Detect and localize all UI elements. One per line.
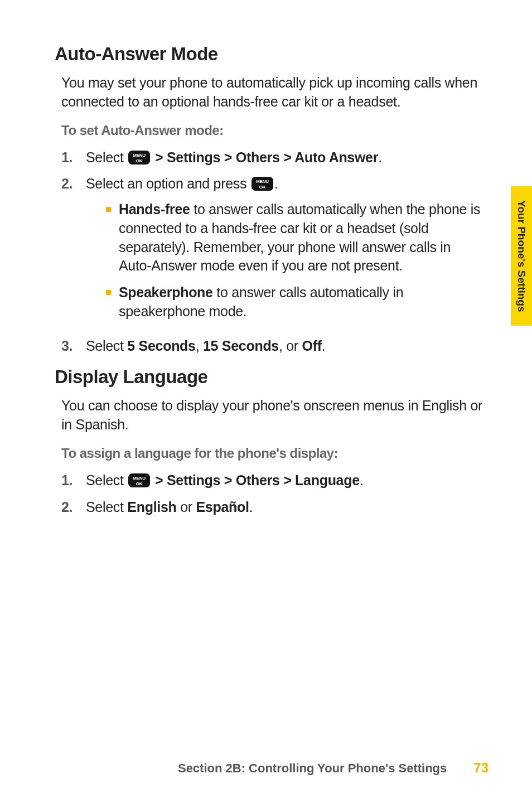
step-body: Select 5 Seconds, 15 Seconds, or Off. — [86, 337, 483, 356]
step-text: Select — [86, 149, 127, 165]
display-language-subheading: To assign a language for the phone's dis… — [61, 446, 483, 461]
list-item: 1. Select MENUOK > Settings > Others > L… — [61, 471, 483, 490]
bullet-body: Speakerphone to answer calls automatical… — [119, 283, 483, 321]
bullet-bold: Hands-free — [119, 201, 190, 217]
vertical-tab: Your Phone's Settings — [511, 186, 532, 326]
step-number: 2. — [61, 498, 86, 517]
heading-display-language: Display Language — [55, 366, 483, 388]
step-bold: Español — [196, 499, 249, 515]
auto-answer-intro: You may set your phone to automatically … — [61, 74, 483, 112]
bullet-body: Hands-free to answer calls automatically… — [119, 200, 483, 275]
list-item: Speakerphone to answer calls automatical… — [106, 283, 483, 321]
svg-text:MENU: MENU — [133, 153, 146, 158]
menu-ok-icon: MENUOK — [252, 177, 273, 191]
step-body: Select English or Español. — [86, 498, 483, 517]
step-mid: or — [177, 499, 196, 515]
footer-section-label: Section 2B: Controlling Your Phone's Set… — [178, 761, 447, 776]
step-mid: , or — [279, 338, 302, 354]
list-item: Hands-free to answer calls automatically… — [106, 200, 483, 275]
svg-text:OK: OK — [136, 481, 143, 486]
sub-bullets: Hands-free to answer calls automatically… — [106, 200, 483, 321]
list-item: 1. Select MENUOK > Settings > Others > A… — [61, 148, 483, 167]
auto-answer-steps: 1. Select MENUOK > Settings > Others > A… — [61, 148, 483, 356]
step-end: . — [249, 499, 253, 515]
step-text-bold: > Settings > Others > Auto Answer — [151, 149, 378, 165]
step-body: Select MENUOK > Settings > Others > Lang… — [86, 471, 483, 490]
bullet-bold: Speakerphone — [119, 284, 213, 300]
bullet-icon — [106, 290, 111, 295]
heading-auto-answer: Auto-Answer Mode — [55, 43, 483, 65]
step-end: . — [322, 338, 326, 354]
step-number: 1. — [61, 148, 86, 167]
menu-ok-icon: MENUOK — [128, 473, 150, 487]
step-body: Select an option and press MENUOK. Hands… — [86, 175, 483, 328]
svg-text:OK: OK — [259, 185, 266, 190]
display-language-intro: You can choose to display your phone's o… — [61, 396, 483, 434]
svg-text:MENU: MENU — [256, 179, 269, 184]
list-item: 2. Select an option and press MENUOK. Ha… — [61, 175, 483, 328]
page-footer: Section 2B: Controlling Your Phone's Set… — [55, 760, 489, 776]
bullet-icon — [106, 207, 111, 212]
step-text-end: . — [360, 472, 364, 488]
page-content: Auto-Answer Mode You may set your phone … — [0, 0, 532, 516]
vertical-tab-label: Your Phone's Settings — [515, 200, 528, 312]
step-bold: 15 Seconds — [203, 338, 279, 354]
footer-page-number: 73 — [473, 760, 489, 776]
step-text-bold: > Settings > Others > Language — [151, 472, 359, 488]
step-text: Select — [86, 499, 127, 515]
menu-ok-icon: MENUOK — [128, 151, 150, 165]
step-bold: 5 Seconds — [127, 338, 195, 354]
step-bold: English — [127, 499, 176, 515]
auto-answer-subheading: To set Auto-Answer mode: — [61, 123, 483, 138]
step-body: Select MENUOK > Settings > Others > Auto… — [86, 148, 483, 167]
step-text-end: . — [274, 176, 278, 191]
step-bold: Off — [302, 338, 322, 354]
list-item: 2. Select English or Español. — [61, 498, 483, 517]
svg-text:MENU: MENU — [133, 476, 146, 481]
step-text: Select an option and press — [86, 176, 250, 191]
step-number: 2. — [61, 175, 86, 194]
svg-text:OK: OK — [136, 158, 143, 163]
display-language-steps: 1. Select MENUOK > Settings > Others > L… — [61, 471, 483, 517]
step-number: 1. — [61, 471, 86, 490]
step-text: Select — [86, 472, 127, 488]
step-number: 3. — [61, 337, 86, 356]
list-item: 3. Select 5 Seconds, 15 Seconds, or Off. — [61, 337, 483, 356]
step-mid: , — [196, 338, 203, 354]
step-text-end: . — [378, 149, 382, 165]
step-text: Select — [86, 338, 127, 354]
